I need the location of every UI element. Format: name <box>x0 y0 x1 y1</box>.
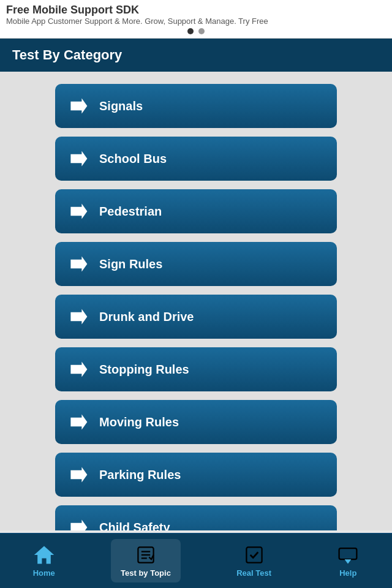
ad-subtitle: Mobile App Customer Support & More. Grow… <box>6 17 386 26</box>
svg-marker-10 <box>34 546 54 564</box>
real-test-icon <box>243 544 265 566</box>
arrow-icon <box>67 358 89 380</box>
arrow-icon <box>67 148 89 170</box>
nav-item-test-by-topic[interactable]: Test by Topic <box>111 539 181 582</box>
svg-marker-0 <box>70 98 87 113</box>
ad-dot-1 <box>187 28 194 34</box>
nav-label-home: Home <box>33 568 55 578</box>
category-btn-moving-rules[interactable]: Moving Rules <box>55 400 337 444</box>
arrow-icon <box>67 464 89 486</box>
category-label: Drunk and Drive <box>99 310 194 324</box>
nav-label-test-by-topic: Test by Topic <box>121 568 171 578</box>
test-by-topic-icon <box>135 544 157 566</box>
nav-label-real-test: Real Test <box>236 568 271 578</box>
arrow-icon <box>67 200 89 222</box>
arrow-icon <box>67 253 89 275</box>
category-btn-signals[interactable]: Signals <box>55 84 337 128</box>
category-label: Stopping Rules <box>99 363 189 377</box>
svg-marker-5 <box>70 361 87 377</box>
svg-marker-6 <box>70 414 87 429</box>
svg-marker-8 <box>70 519 87 530</box>
svg-marker-7 <box>70 467 87 482</box>
category-label: Sign Rules <box>99 257 162 271</box>
svg-marker-2 <box>70 203 87 219</box>
bottom-nav: HomeTest by TopicReal TestHelp <box>0 533 392 588</box>
category-btn-pedestrian[interactable]: Pedestrian <box>55 189 337 233</box>
category-btn-stopping-rules[interactable]: Stopping Rules <box>55 347 337 391</box>
category-label: School Bus <box>99 152 167 166</box>
category-btn-drunk-and-drive[interactable]: Drunk and Drive <box>55 295 337 339</box>
nav-label-help: Help <box>339 568 356 578</box>
ad-title: Free Mobile Support SDK <box>6 4 386 17</box>
arrow-icon <box>67 306 89 328</box>
svg-marker-4 <box>70 309 87 324</box>
category-label: Parking Rules <box>99 468 181 482</box>
arrow-icon <box>67 411 89 433</box>
svg-marker-1 <box>70 151 87 166</box>
category-label: Pedestrian <box>99 205 162 219</box>
category-btn-parking-rules[interactable]: Parking Rules <box>55 453 337 497</box>
category-label: Child Safety <box>99 521 170 531</box>
home-icon <box>33 544 55 566</box>
category-btn-school-bus[interactable]: School Bus <box>55 137 337 181</box>
nav-item-real-test[interactable]: Real Test <box>227 539 281 582</box>
ad-dot-2 <box>198 28 205 34</box>
category-label: Moving Rules <box>99 415 179 429</box>
category-list: Signals School Bus Pedestrian Sign Rules… <box>0 72 392 530</box>
page-header: Test By Category <box>0 39 392 72</box>
svg-marker-17 <box>345 559 352 564</box>
category-label: Signals <box>99 99 143 113</box>
svg-rect-16 <box>339 548 357 559</box>
category-btn-sign-rules[interactable]: Sign Rules <box>55 242 337 286</box>
arrow-icon <box>67 516 89 530</box>
nav-item-home[interactable]: Home <box>23 539 65 582</box>
nav-item-help[interactable]: Help <box>327 539 369 582</box>
svg-marker-3 <box>70 256 87 271</box>
category-btn-child-safety[interactable]: Child Safety <box>55 505 337 530</box>
svg-rect-15 <box>246 547 262 562</box>
page-title: Test By Category <box>12 47 122 62</box>
ad-dots <box>6 28 386 34</box>
ad-banner: Free Mobile Support SDK Mobile App Custo… <box>0 0 392 39</box>
help-icon <box>337 544 359 566</box>
arrow-icon <box>67 95 89 117</box>
